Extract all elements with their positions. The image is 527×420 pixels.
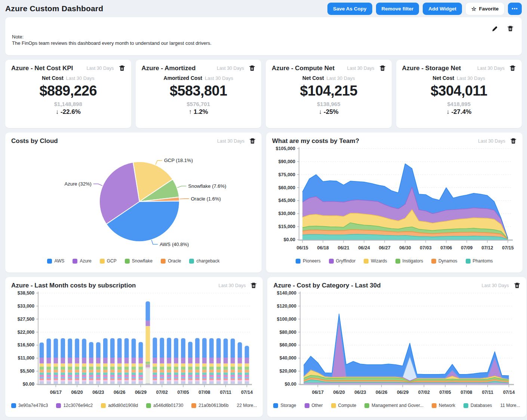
legend-label: Pioneers <box>303 258 320 264</box>
kpi-metric: Net Cost <box>42 75 64 81</box>
remove-filter-button[interactable]: Remove filter <box>376 3 419 15</box>
svg-text:$0.00: $0.00 <box>284 237 295 242</box>
header-actions: Save As Copy Remove filter Add Widget ☆ … <box>327 3 522 15</box>
category-area-chart-canvas: $0.00$20,000$40,000$60,000$80,000$100,00… <box>273 289 518 401</box>
legend-label: Phantoms <box>473 258 493 264</box>
arrow-down-icon: ↓ <box>56 108 59 115</box>
kpi-previous-value: $138,965 <box>272 101 386 107</box>
legend-item[interactable]: Management and Gover... <box>364 403 423 408</box>
legend-item[interactable]: ad6d80d1908d <box>101 403 138 408</box>
legend-color-chip <box>305 403 309 408</box>
legend-color-chip <box>11 403 16 408</box>
kpi-card-storage-net: Azure - Storage Net Last 30 Days Net Cos… <box>396 60 522 128</box>
legend-item[interactable]: Oracle <box>161 258 181 264</box>
pie-chart-canvas: GCP (18.1%)Snowflake (7.6%)Oracle (1.6%)… <box>11 145 256 257</box>
kpi-range: Last 30 Days <box>477 66 505 71</box>
legend-item[interactable]: chargeback <box>189 258 219 264</box>
trash-icon <box>379 65 386 72</box>
legend-item[interactable]: Compute <box>331 403 357 408</box>
kpi-metric-range: Last 30 Days <box>205 75 233 81</box>
trash-icon <box>250 282 257 289</box>
legend-item[interactable]: Instigators <box>395 258 423 264</box>
svg-text:$30,000: $30,000 <box>278 211 295 216</box>
legend-item[interactable]: GCP <box>100 258 117 264</box>
star-icon: ☆ <box>471 6 476 12</box>
legend-item[interactable]: a546d6b01730 <box>146 403 183 408</box>
legend-item[interactable]: 11 More... <box>500 403 520 408</box>
legend-item[interactable]: 12c3076e94c2 <box>56 403 93 408</box>
legend-item[interactable]: Storage <box>273 403 296 408</box>
legend-color-chip <box>364 259 369 264</box>
delete-note-icon[interactable] <box>507 25 514 32</box>
svg-text:$100,000: $100,000 <box>277 317 296 322</box>
add-widget-button[interactable]: Add Widget <box>423 3 462 15</box>
favorite-button[interactable]: ☆ Favorite <box>466 3 504 15</box>
delete-widget-icon[interactable] <box>514 282 520 289</box>
delete-widget-icon[interactable] <box>510 138 517 144</box>
legend-item[interactable]: Network <box>432 403 455 408</box>
svg-text:06/23: 06/23 <box>355 390 366 395</box>
subscription-legend: 3e90a7e478c312c3076e94c2ad6d80d1908da546… <box>11 403 257 408</box>
legend-item[interactable]: Dynamos <box>431 258 457 264</box>
note-card: Note: The FinOps team reviews this dashb… <box>5 17 522 55</box>
kpi-value: $304,011 <box>402 83 516 99</box>
legend-item[interactable]: 22 More... <box>237 403 257 408</box>
legend-item[interactable]: AWS <box>47 258 64 264</box>
save-as-copy-button[interactable]: Save As Copy <box>327 3 372 15</box>
svg-text:Snowflake (7.6%): Snowflake (7.6%) <box>188 183 226 189</box>
svg-text:Azure (32%): Azure (32%) <box>65 181 92 187</box>
delete-widget-icon[interactable] <box>379 65 386 72</box>
more-menu-button[interactable]: ••• <box>508 3 522 15</box>
edit-note-icon[interactable] <box>491 25 498 32</box>
svg-text:$105,000: $105,000 <box>276 146 295 151</box>
legend-item[interactable]: Phantoms <box>466 258 493 264</box>
kpi-metric-range: Last 30 Days <box>457 75 485 81</box>
legend-color-chip <box>329 259 334 264</box>
legend-item[interactable]: Wizards <box>364 258 387 264</box>
kpi-range: Last 30 Days <box>347 66 375 71</box>
legend-item[interactable]: 21a0b0613b6b <box>191 403 228 408</box>
legend-label: Storage <box>280 403 296 408</box>
svg-text:$5,500: $5,500 <box>20 368 34 374</box>
legend-label: a546d6b01730 <box>153 403 183 408</box>
category-legend: StorageOtherComputeManagement and Gover.… <box>273 403 520 408</box>
legend-item[interactable]: Azure <box>73 258 91 264</box>
svg-text:$60,000: $60,000 <box>280 342 296 348</box>
svg-text:07/09: 07/09 <box>461 245 472 251</box>
delete-widget-icon[interactable] <box>509 65 516 72</box>
legend-label: Gryffindor <box>336 258 355 264</box>
svg-text:GCP (18.1%): GCP (18.1%) <box>164 158 193 163</box>
legend-label: Other <box>312 403 323 408</box>
legend-item[interactable]: Pioneers <box>296 258 320 264</box>
widget-title: What are my costs by Team? <box>272 137 359 145</box>
svg-text:Oracle (1.6%): Oracle (1.6%) <box>191 196 221 202</box>
legend-label: Network <box>439 403 455 408</box>
kpi-value: $583,801 <box>142 83 256 99</box>
delete-widget-icon[interactable] <box>250 282 257 289</box>
kpi-row: Azure - Net Cost KPI Last 30 Days Net Co… <box>5 60 522 128</box>
legend-item[interactable]: Other <box>305 403 323 408</box>
svg-text:$40,000: $40,000 <box>280 355 296 361</box>
legend-color-chip <box>47 259 52 264</box>
legend-item[interactable]: Gryffindor <box>329 258 355 264</box>
team-legend: PioneersGryffindorWizardsInstigatorsDyna… <box>272 258 517 264</box>
svg-text:07/05: 07/05 <box>440 390 451 395</box>
svg-text:$27,500: $27,500 <box>18 317 34 322</box>
delete-widget-icon[interactable] <box>249 65 255 72</box>
legend-item[interactable]: Databases <box>463 403 492 408</box>
legend-color-chip <box>364 403 369 408</box>
legend-color-chip <box>395 259 400 264</box>
delete-widget-icon[interactable] <box>249 138 256 144</box>
widget-title: Azure - Cost by Category - Last 30d <box>273 282 380 289</box>
kpi-title: Azure - Compute Net <box>272 65 335 72</box>
pencil-icon <box>491 25 498 32</box>
svg-text:07/14: 07/14 <box>503 390 515 395</box>
legend-item[interactable]: Snowflake <box>125 258 152 264</box>
svg-text:07/11: 07/11 <box>220 390 231 395</box>
legend-label: Databases <box>471 403 492 408</box>
delete-widget-icon[interactable] <box>119 65 125 72</box>
legend-label: ad6d80d1908d <box>108 403 138 408</box>
legend-item[interactable]: 3e90a7e478c3 <box>11 403 48 408</box>
legend-color-chip <box>56 403 61 408</box>
legend-color-chip <box>331 403 336 408</box>
